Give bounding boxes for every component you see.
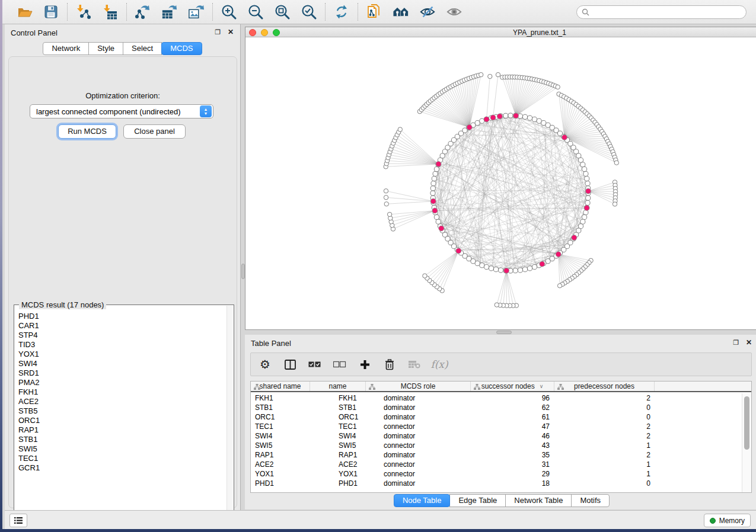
mcds-result-item[interactable]: SWI5 [18,444,226,454]
zoom-out-icon[interactable] [247,4,264,20]
close-panel-icon[interactable]: ✕ [228,28,234,36]
export-table-icon[interactable] [161,4,178,20]
mcds-result-item[interactable]: TID3 [18,340,226,350]
table-panel-tabs: Node TableEdge TableNetwork TableMotifs [245,494,756,507]
open-file-icon[interactable] [16,4,33,20]
mcds-result-item[interactable]: PHD1 [18,312,226,321]
mcds-result-item[interactable]: FKH1 [18,387,226,397]
table-scrollbar-thumb[interactable] [744,396,749,450]
zoom-fit-icon[interactable] [274,4,291,20]
tab-select[interactable]: Select [123,42,162,55]
tab-motifs[interactable]: Motifs [571,494,610,507]
mcds-result-item[interactable]: YOX1 [18,350,226,359]
table-row[interactable]: ACE2ACE2connector311 [251,460,742,469]
table-cell: connector [366,469,471,479]
table-scrollbar[interactable] [742,393,751,492]
tab-node-table[interactable]: Node Table [394,494,451,507]
table-cell: RAP1 [251,450,310,460]
show-columns-icon[interactable] [283,357,297,371]
close-table-panel-icon[interactable]: ✕ [746,338,752,347]
column-header-mcds-role[interactable]: MCDS role [366,382,471,391]
network-canvas[interactable] [245,37,756,329]
table-row[interactable]: ORC1ORC1dominator610 [251,412,742,422]
mcds-result-item[interactable]: STB5 [18,406,226,416]
refresh-icon[interactable] [333,4,350,20]
mcds-result-item[interactable]: SWI4 [18,359,226,368]
table-cell: 31 [471,460,554,469]
hide-selected-icon[interactable] [419,4,436,20]
import-table-icon[interactable] [102,4,119,20]
mcds-result-item[interactable]: CAR1 [18,321,226,331]
show-all-icon[interactable] [446,4,462,20]
export-group [127,4,212,20]
column-header-predecessor-nodes[interactable]: predecessor nodes [554,382,655,391]
add-column-icon[interactable] [358,357,372,371]
table-cell: 0 [554,403,655,412]
mcds-scrollbar[interactable] [227,306,233,524]
optimization-criterion-select[interactable]: largest connected component (undirected)… [30,104,213,118]
control-panel: Control Panel ❐ ✕ NetworkStyleSelectMCDS… [5,24,241,511]
delete-column-icon[interactable] [382,357,397,371]
run-mcds-button[interactable]: Run MCDS [58,124,116,139]
column-header-shared-name[interactable]: shared name [251,382,310,391]
search-field[interactable] [576,5,747,19]
table-cell: ACE2 [251,460,310,469]
tab-network-table[interactable]: Network Table [505,494,572,507]
horizontal-splitter-handle[interactable] [496,331,512,334]
zoom-selected-icon[interactable] [301,4,317,20]
column-header-name[interactable]: name [310,382,366,391]
import-group [68,4,126,20]
memory-button[interactable]: Memory [704,514,751,527]
control-panel-tabs: NetworkStyleSelectMCDS [5,42,240,55]
table-row[interactable]: TEC1TEC1connector472 [251,422,742,431]
export-network-icon[interactable] [135,4,151,20]
table-row[interactable]: SWI4SWI4dominator462 [251,431,742,441]
export-image-icon[interactable] [188,4,205,20]
table-toolbar: ⚙ [250,352,752,376]
tab-edge-table[interactable]: Edge Table [449,494,506,507]
table-row[interactable]: PHD1PHD1dominator180 [251,479,742,488]
mcds-result-item[interactable]: STP4 [18,331,226,340]
mcds-result-item[interactable]: RAP1 [18,425,226,435]
tab-mcds[interactable]: MCDS [161,42,202,55]
network-view-window: YPA_prune.txt_1 [245,27,756,330]
zoom-in-icon[interactable] [221,4,237,20]
table-cell: dominator [366,412,471,422]
mcds-result-item[interactable]: TEC1 [18,454,226,463]
mcds-result-item[interactable]: ORC1 [18,416,226,425]
tab-style[interactable]: Style [88,42,123,55]
import-network-icon[interactable] [75,4,92,20]
mcds-result-item[interactable]: PMA2 [18,378,226,387]
search-input[interactable] [592,8,741,16]
mcds-result-item[interactable]: ACE2 [18,397,226,406]
network-from-document-icon[interactable] [366,4,382,20]
task-history-button[interactable] [9,514,27,527]
table-row[interactable]: RAP1RAP1dominator352 [251,450,742,460]
table-cell: ACE2 [310,460,366,469]
network-graph[interactable] [245,37,756,329]
control-panel-header: Control Panel ❐ ✕ [5,24,240,40]
mcds-result-item[interactable]: STB1 [18,435,226,444]
tab-network[interactable]: Network [43,42,89,55]
float-panel-icon[interactable]: ❐ [215,28,221,36]
table-row[interactable]: YOX1YOX1connector291 [251,469,742,479]
deselect-all-icon[interactable] [333,357,347,371]
close-panel-button[interactable]: Close panel [123,124,186,139]
mcds-result-item[interactable]: GCR1 [18,463,226,473]
select-all-icon[interactable] [308,357,322,371]
save-icon[interactable] [43,4,59,20]
table-cell: dominator [366,479,471,488]
mcds-result-item[interactable]: SRD1 [18,368,226,378]
table-cell: STB1 [310,403,366,412]
table-cell: YOX1 [310,469,366,479]
table-cell: 47 [471,422,554,431]
table-settings-gear-icon[interactable]: ⚙ [258,357,272,371]
table-row[interactable]: FKH1FKH1dominator962 [251,393,742,403]
search-icon [582,8,589,16]
float-table-panel-icon[interactable]: ❐ [733,339,739,347]
table-cell: 1 [554,441,655,450]
first-neighbors-icon[interactable] [393,4,409,20]
table-row[interactable]: SWI5SWI5connector431 [251,441,742,450]
table-row[interactable]: STB1STB1dominator620 [251,403,742,412]
column-header-successor-nodes[interactable]: successor nodes∨ [471,382,554,391]
